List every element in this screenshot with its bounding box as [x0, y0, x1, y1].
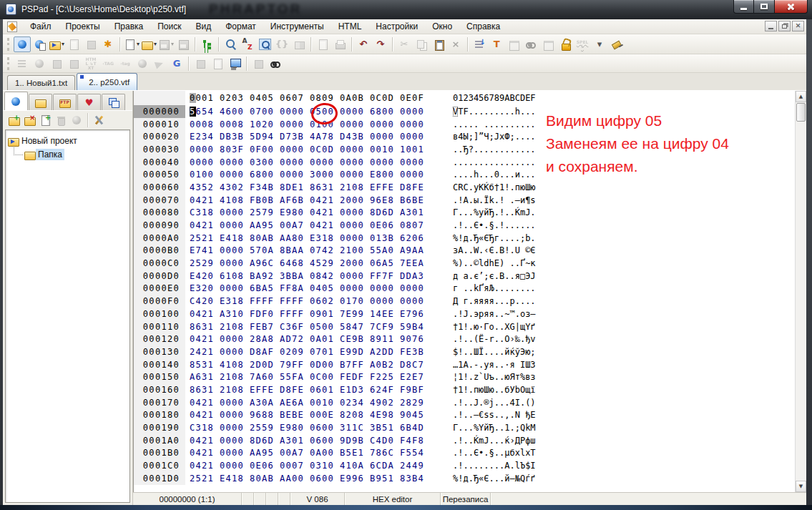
undo-button[interactable]	[355, 36, 372, 52]
close-project-button[interactable]	[82, 36, 99, 52]
sidebar-tab-favorites[interactable]	[77, 94, 101, 110]
hex-group[interactable]: 013B	[370, 233, 395, 243]
hex-group[interactable]: 0421	[310, 195, 335, 205]
hex-group[interactable]: 79FF	[280, 360, 305, 370]
redo-button[interactable]	[372, 36, 389, 52]
hex-group[interactable]: 0700	[250, 107, 275, 117]
hex-group[interactable]: 83B4	[400, 474, 425, 484]
hex-group[interactable]: 0600	[310, 474, 335, 484]
hex-group[interactable]: 0F00	[250, 144, 275, 155]
hex-group[interactable]: AA80	[280, 233, 305, 243]
save-project-button[interactable]	[65, 36, 82, 52]
hex-group[interactable]: 2559	[250, 423, 275, 433]
hex-group[interactable]: 6CDA	[370, 461, 395, 471]
hex-group[interactable]: 0421	[190, 398, 215, 408]
hex-group[interactable]: 0000	[340, 119, 365, 129]
hex-group[interactable]: 1001	[400, 144, 425, 155]
menu-item-html[interactable]: HTML	[331, 20, 369, 33]
hex-group[interactable]: 410A	[340, 461, 365, 471]
insert-date-button[interactable]	[505, 36, 522, 52]
save-file-button[interactable]: ▾	[157, 36, 175, 52]
open-file-button[interactable]: ▾	[140, 36, 157, 52]
special-chars-button[interactable]	[31, 56, 48, 72]
hex-group[interactable]: C4D0	[370, 436, 395, 446]
search-button[interactable]	[222, 36, 239, 52]
hex-group[interactable]: E318	[310, 233, 335, 243]
sidebar-tab-files[interactable]	[29, 94, 52, 110]
hex-group[interactable]: 4108	[220, 195, 245, 205]
hex-group[interactable]: 0405	[310, 283, 335, 293]
hex-group[interactable]: FE3B	[400, 347, 425, 357]
hex-group[interactable]: 0000	[280, 119, 305, 129]
hex-group[interactable]: 2D0D	[250, 360, 275, 370]
hex-group[interactable]: 0000	[340, 107, 365, 117]
hex-group[interactable]: 0A00	[310, 448, 335, 458]
hex-group[interactable]: 9688	[250, 410, 275, 420]
hex-group[interactable]: AE6A	[280, 398, 305, 408]
ascii-text[interactable]: д a.є’;є.B..я□ЭЈ	[453, 271, 536, 281]
hex-group[interactable]: 59B4	[400, 322, 425, 332]
hex-group[interactable]: 9045	[400, 410, 425, 420]
hex-editor[interactable]: 000102030405060708090A0B0C0D0E0F01234567…	[133, 91, 806, 492]
hex-group[interactable]: DDA3	[400, 271, 425, 281]
search-replace-button[interactable]	[239, 36, 256, 52]
hex-group[interactable]: 0007	[280, 461, 305, 471]
menu-item-проекты[interactable]: Проекты	[59, 20, 107, 33]
hex-group[interactable]: D43B	[340, 132, 365, 142]
hex-group[interactable]: 0000	[190, 144, 215, 155]
hex-group[interactable]: 0421	[190, 461, 215, 471]
hex-group[interactable]: FDF0	[250, 309, 275, 319]
dropdown-arrow-icon[interactable]: ▾	[62, 41, 64, 47]
copy-button[interactable]	[413, 36, 430, 52]
hex-group[interactable]: 80AB	[250, 474, 275, 484]
text-case-button[interactable]	[488, 36, 505, 52]
hex-group[interactable]: 0000	[220, 170, 245, 180]
hex-group[interactable]: B6BE	[400, 195, 425, 205]
hex-group[interactable]: A310	[220, 309, 245, 319]
hex-group[interactable]: 0010	[370, 144, 395, 155]
hex-group[interactable]: E800	[370, 170, 395, 180]
hex-group[interactable]: 0D00	[310, 360, 335, 370]
remove-file-button[interactable]	[53, 112, 69, 128]
ascii-text[interactable]: ..... ..........	[453, 119, 536, 129]
hex-group[interactable]: 0000	[340, 207, 365, 217]
ascii-text[interactable]: .!........A.lЪ$I	[453, 461, 536, 471]
mdi-close-button[interactable]: ✕	[792, 21, 804, 31]
hex-group[interactable]: 2579	[250, 207, 275, 217]
hex-group[interactable]: 6800	[250, 170, 275, 180]
hex-group[interactable]: A301	[280, 436, 305, 446]
menu-item-настройки[interactable]: Настройки	[368, 20, 425, 33]
hex-group[interactable]: AA95	[250, 220, 275, 230]
cpp-helper-button[interactable]	[522, 36, 539, 52]
hex-group[interactable]: 0742	[310, 245, 335, 255]
hex-group[interactable]: 0421	[310, 220, 335, 230]
hex-group[interactable]: 0000	[220, 398, 245, 408]
hex-group[interactable]: 0000	[220, 347, 245, 357]
document-tab-1[interactable]: 1.. Новый1.txt	[7, 75, 75, 90]
hex-group[interactable]: 4902	[370, 398, 395, 408]
hex-group[interactable]: 0000	[340, 170, 365, 180]
hex-group[interactable]: 0421	[190, 334, 215, 344]
ascii-text[interactable]: Г...%yйЂ.!..ЌmЈ.	[453, 207, 536, 217]
hex-group[interactable]: D8FE	[400, 182, 425, 192]
hex-group[interactable]: F34B	[250, 182, 275, 192]
hex-group[interactable]: 0701	[310, 347, 335, 357]
hex-group[interactable]: A9AA	[400, 245, 425, 255]
hex-group[interactable]: 0000	[340, 220, 365, 230]
hex-group[interactable]: E980	[280, 423, 305, 433]
hex-group[interactable]: 2449	[400, 461, 425, 471]
ascii-text[interactable]: VTF.........h...	[453, 107, 536, 117]
hex-group[interactable]: 0000	[370, 296, 395, 306]
hex-group[interactable]: 0008	[190, 119, 215, 129]
hex-group[interactable]: 0000	[220, 283, 245, 293]
hex-group[interactable]: 8631	[190, 322, 215, 332]
hex-group[interactable]: FFFF	[280, 296, 305, 306]
lock-file-button[interactable]	[557, 36, 574, 52]
sidebar-tab-windows[interactable]	[102, 94, 125, 110]
remove-folder-button[interactable]	[21, 112, 37, 128]
google-search-button[interactable]	[168, 56, 185, 72]
ascii-text[interactable]: зA..W.‹Є.B!.U ©Є	[453, 245, 536, 255]
hex-group[interactable]: D8C7	[400, 360, 425, 370]
hex-group[interactable]: 0000	[220, 334, 245, 344]
hex-group[interactable]: 0000	[220, 448, 245, 458]
